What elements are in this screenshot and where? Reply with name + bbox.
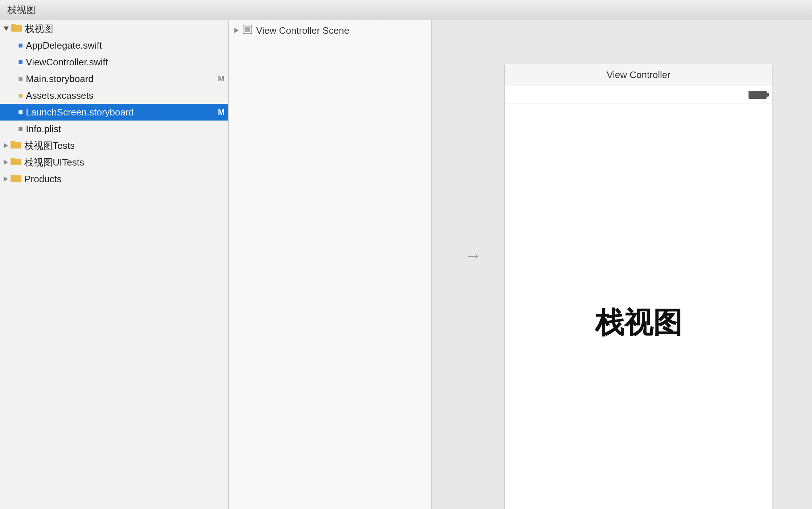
plist-file-icon: ■ bbox=[18, 124, 23, 134]
battery-icon bbox=[749, 91, 767, 99]
storyboard-file-icon-2: ■ bbox=[18, 107, 23, 117]
storyboard-file-icon: ■ bbox=[18, 74, 23, 84]
sidebar-item-viewcontroller[interactable]: ■ ViewController.swift bbox=[0, 54, 228, 70]
sidebar-item-launchscreen-label: LaunchScreen.storyboard bbox=[26, 107, 134, 118]
swift-file-icon: ■ bbox=[18, 41, 23, 50]
sidebar-item-infoplist[interactable]: ■ Info.plist bbox=[0, 121, 228, 137]
sidebar-item-root-label: 栈视图 bbox=[25, 23, 53, 35]
folder-icon bbox=[11, 23, 22, 34]
vc-main-content: 栈视图 bbox=[505, 103, 772, 509]
svg-rect-10 bbox=[245, 27, 250, 32]
sidebar-item-infoplist-label: Info.plist bbox=[26, 123, 61, 135]
scene-icon bbox=[242, 24, 253, 37]
sidebar-item-main-storyboard[interactable]: ■ Main.storyboard M bbox=[0, 70, 228, 87]
sidebar-item-assets-label: Assets.xcassets bbox=[26, 90, 93, 101]
vc-title-text: View Controller bbox=[607, 69, 670, 81]
file-navigator: 栈视图 ■ AppDelegate.swift ■ ViewController… bbox=[0, 20, 229, 509]
sidebar-item-main-storyboard-label: Main.storyboard bbox=[26, 73, 93, 85]
storyboard-canvas[interactable]: → View Controller 栈视图 Copyright © 2015年 … bbox=[432, 20, 812, 509]
view-controller-box: View Controller 栈视图 Copyright © 2015年 it… bbox=[504, 64, 773, 509]
svg-rect-8 bbox=[11, 175, 15, 176]
title-bar-text: 栈视图 bbox=[7, 4, 36, 16]
sidebar-item-tests-label: 栈视图Tests bbox=[24, 139, 75, 152]
vc-main-text: 栈视图 bbox=[595, 304, 682, 343]
main-layout: 栈视图 ■ AppDelegate.swift ■ ViewController… bbox=[0, 20, 812, 509]
segue-arrow: → bbox=[464, 245, 482, 265]
launchscreen-badge: M bbox=[218, 107, 225, 117]
sidebar-item-tests[interactable]: 栈视图Tests bbox=[0, 137, 228, 154]
chevron-down-icon bbox=[4, 27, 9, 31]
sidebar-item-appdelegate[interactable]: ■ AppDelegate.swift bbox=[0, 37, 228, 54]
chevron-right-icon-scene bbox=[234, 28, 239, 33]
swift-file-icon-2: ■ bbox=[18, 57, 23, 67]
sidebar-item-launchscreen[interactable]: ■ LaunchScreen.storyboard M bbox=[0, 104, 228, 121]
svg-rect-2 bbox=[11, 24, 16, 26]
scene-row-viewcontroller[interactable]: View Controller Scene bbox=[229, 20, 431, 41]
scene-panel: View Controller Scene bbox=[229, 20, 432, 509]
chevron-right-icon-tests bbox=[4, 143, 8, 148]
main-storyboard-badge: M bbox=[218, 74, 225, 84]
folder-icon-products bbox=[11, 174, 21, 185]
folder-icon-tests bbox=[11, 140, 21, 151]
vc-status-bar bbox=[505, 86, 772, 103]
sidebar-item-root-folder[interactable]: 栈视图 bbox=[0, 20, 228, 37]
folder-icon-uitests bbox=[11, 157, 21, 168]
sidebar-item-assets[interactable]: ■ Assets.xcassets bbox=[0, 87, 228, 104]
scene-label: View Controller Scene bbox=[256, 25, 349, 36]
title-bar: 栈视图 bbox=[0, 0, 812, 20]
sidebar-item-products-label: Products bbox=[24, 174, 62, 185]
svg-rect-4 bbox=[11, 141, 15, 143]
sidebar-item-viewcontroller-label: ViewController.swift bbox=[26, 57, 108, 68]
sidebar-item-appdelegate-label: AppDelegate.swift bbox=[26, 40, 102, 51]
svg-rect-6 bbox=[11, 158, 15, 160]
sidebar-item-uitests[interactable]: 栈视图UITests bbox=[0, 154, 228, 171]
vc-title-bar: View Controller bbox=[505, 64, 772, 86]
chevron-right-icon-uitests bbox=[4, 160, 8, 165]
sidebar-item-uitests-label: 栈视图UITests bbox=[24, 156, 84, 169]
sidebar-item-products[interactable]: Products bbox=[0, 171, 228, 187]
assets-file-icon: ■ bbox=[18, 91, 23, 100]
chevron-right-icon-products bbox=[4, 176, 8, 182]
